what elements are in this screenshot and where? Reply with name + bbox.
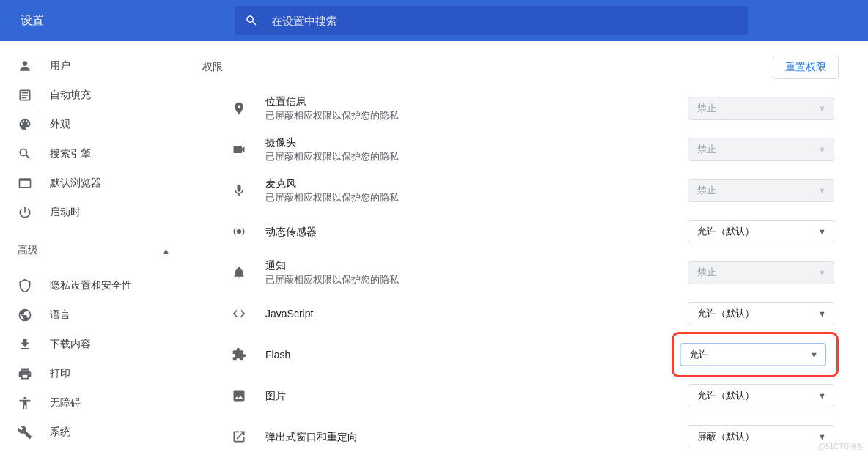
permission-subtext: 已屏蔽相应权限以保护您的隐私 bbox=[265, 273, 688, 286]
chevron-up-icon: ▲ bbox=[162, 246, 170, 255]
accessibility-icon bbox=[18, 396, 32, 410]
sensor-icon bbox=[232, 224, 246, 239]
shield-icon bbox=[18, 278, 32, 293]
sidebar-item-user[interactable]: 用户 bbox=[0, 51, 188, 81]
sidebar-item-label: 无障碍 bbox=[50, 396, 81, 410]
popup-icon bbox=[232, 429, 246, 444]
sidebar: 用户 自动填充 外观 搜索引擎 默认浏览器 启动时 高级 ▲ bbox=[0, 41, 188, 455]
permission-name: 图片 bbox=[265, 388, 688, 404]
print-icon bbox=[18, 366, 32, 381]
permission-select-notifications: 禁止 ▼ bbox=[688, 261, 834, 284]
chevron-down-icon: ▼ bbox=[818, 309, 826, 318]
sidebar-item-label: 语言 bbox=[50, 308, 70, 322]
chevron-down-icon: ▼ bbox=[818, 268, 826, 277]
permission-value: 允许（默认） bbox=[697, 307, 754, 320]
app-title: 设置 bbox=[21, 13, 44, 29]
sidebar-item-appearance[interactable]: 外观 bbox=[0, 110, 188, 139]
permission-name: 摄像头 bbox=[265, 135, 688, 150]
sidebar-item-label: 打印 bbox=[50, 367, 70, 380]
browser-icon bbox=[18, 176, 32, 190]
power-icon bbox=[18, 205, 32, 220]
search-input[interactable] bbox=[271, 15, 738, 27]
section-header: 权限 重置权限 bbox=[202, 56, 839, 82]
sidebar-item-label: 下载内容 bbox=[50, 338, 91, 351]
chevron-down-icon: ▼ bbox=[818, 186, 826, 195]
permission-select-mic: 禁止 ▼ bbox=[688, 179, 834, 202]
sidebar-item-startup[interactable]: 启动时 bbox=[0, 198, 188, 227]
permission-value: 禁止 bbox=[697, 184, 716, 197]
permissions-list: 位置信息 已屏蔽相应权限以保护您的隐私 禁止 ▼ 摄像头 已屏蔽相应权限以保护您… bbox=[202, 88, 839, 455]
permission-value: 禁止 bbox=[697, 143, 716, 156]
sidebar-item-label: 外观 bbox=[50, 118, 70, 131]
sidebar-advanced-toggle[interactable]: 高级 ▲ bbox=[0, 236, 188, 265]
permission-select-popups[interactable]: 屏蔽（默认） ▼ bbox=[688, 425, 834, 448]
location-icon bbox=[232, 101, 246, 116]
search-icon bbox=[245, 14, 258, 27]
permission-name: 位置信息 bbox=[265, 94, 688, 109]
permission-select-images[interactable]: 允许（默认） ▼ bbox=[688, 384, 834, 407]
search-box[interactable] bbox=[235, 6, 748, 35]
permission-value: 禁止 bbox=[697, 102, 716, 115]
permission-select-javascript[interactable]: 允许（默认） ▼ bbox=[688, 302, 834, 325]
sidebar-item-label: 自动填充 bbox=[50, 89, 91, 102]
code-icon bbox=[232, 306, 246, 321]
chevron-down-icon: ▼ bbox=[818, 432, 826, 441]
permission-row-javascript: JavaScript 允许（默认） ▼ bbox=[232, 293, 839, 334]
permission-select-location: 禁止 ▼ bbox=[688, 97, 834, 120]
permission-name: 通知 bbox=[265, 258, 688, 273]
chevron-down-icon: ▼ bbox=[818, 227, 826, 236]
sidebar-item-print[interactable]: 打印 bbox=[0, 359, 188, 388]
permission-select-camera: 禁止 ▼ bbox=[688, 138, 834, 161]
permission-subtext: 已屏蔽相应权限以保护您的隐私 bbox=[265, 191, 688, 204]
permission-row-flash: Flash 允许 ▼ bbox=[232, 334, 839, 375]
chevron-down-icon: ▼ bbox=[818, 145, 826, 154]
chevron-down-icon: ▼ bbox=[818, 391, 826, 400]
sidebar-item-language[interactable]: 语言 bbox=[0, 300, 188, 330]
mic-icon bbox=[232, 183, 246, 198]
sidebar-item-downloads[interactable]: 下载内容 bbox=[0, 330, 188, 359]
bell-icon bbox=[232, 265, 246, 280]
search-icon bbox=[18, 147, 32, 161]
permission-row-location: 位置信息 已屏蔽相应权限以保护您的隐私 禁止 ▼ bbox=[232, 88, 839, 129]
puzzle-icon bbox=[232, 347, 246, 362]
person-icon bbox=[18, 59, 32, 73]
sidebar-advanced-label: 高级 bbox=[18, 244, 38, 257]
permission-name: Flash bbox=[265, 347, 677, 363]
main-content: 权限 重置权限 位置信息 已屏蔽相应权限以保护您的隐私 禁止 ▼ bbox=[188, 41, 868, 455]
permission-row-notifications: 通知 已屏蔽相应权限以保护您的隐私 禁止 ▼ bbox=[232, 252, 839, 293]
highlight-annotation: 允许 ▼ bbox=[672, 332, 839, 377]
section-title: 权限 bbox=[202, 61, 223, 74]
watermark: @51CTO博客 bbox=[818, 442, 864, 452]
permission-name: 弹出式窗口和重定向 bbox=[265, 429, 688, 445]
app-header: 设置 bbox=[0, 0, 868, 41]
sidebar-item-reset[interactable]: 重置设置 bbox=[0, 447, 188, 455]
permission-select-flash[interactable]: 允许 ▼ bbox=[680, 343, 826, 366]
download-icon bbox=[18, 337, 32, 352]
permission-name: 动态传感器 bbox=[265, 224, 688, 240]
permission-value: 禁止 bbox=[697, 266, 716, 279]
permission-row-camera: 摄像头 已屏蔽相应权限以保护您的隐私 禁止 ▼ bbox=[232, 129, 839, 170]
reset-permissions-button[interactable]: 重置权限 bbox=[773, 56, 839, 79]
wrench-icon bbox=[18, 425, 32, 440]
autofill-icon bbox=[18, 88, 32, 103]
sidebar-item-search[interactable]: 搜索引擎 bbox=[0, 139, 188, 169]
sidebar-item-system[interactable]: 系统 bbox=[0, 418, 188, 447]
permission-value: 屏蔽（默认） bbox=[697, 430, 754, 443]
permission-name: 麦克风 bbox=[265, 176, 688, 191]
sidebar-item-accessibility[interactable]: 无障碍 bbox=[0, 388, 188, 418]
image-icon bbox=[232, 388, 246, 403]
permission-value: 允许（默认） bbox=[697, 389, 754, 402]
permission-subtext: 已屏蔽相应权限以保护您的隐私 bbox=[265, 109, 688, 122]
sidebar-item-default-browser[interactable]: 默认浏览器 bbox=[0, 169, 188, 198]
permission-row-popups: 弹出式窗口和重定向 屏蔽（默认） ▼ bbox=[232, 416, 839, 455]
sidebar-item-label: 用户 bbox=[50, 59, 70, 73]
permission-row-sensors: 动态传感器 允许（默认） ▼ bbox=[232, 211, 839, 252]
permission-row-mic: 麦克风 已屏蔽相应权限以保护您的隐私 禁止 ▼ bbox=[232, 170, 839, 211]
permission-row-images: 图片 允许（默认） ▼ bbox=[232, 375, 839, 416]
sidebar-item-autofill[interactable]: 自动填充 bbox=[0, 81, 188, 110]
sidebar-item-label: 隐私设置和安全性 bbox=[50, 279, 132, 292]
sidebar-item-label: 默认浏览器 bbox=[50, 177, 101, 190]
sidebar-item-privacy[interactable]: 隐私设置和安全性 bbox=[0, 271, 188, 300]
permission-select-sensors[interactable]: 允许（默认） ▼ bbox=[688, 220, 834, 243]
permission-value: 允许 bbox=[689, 348, 708, 361]
